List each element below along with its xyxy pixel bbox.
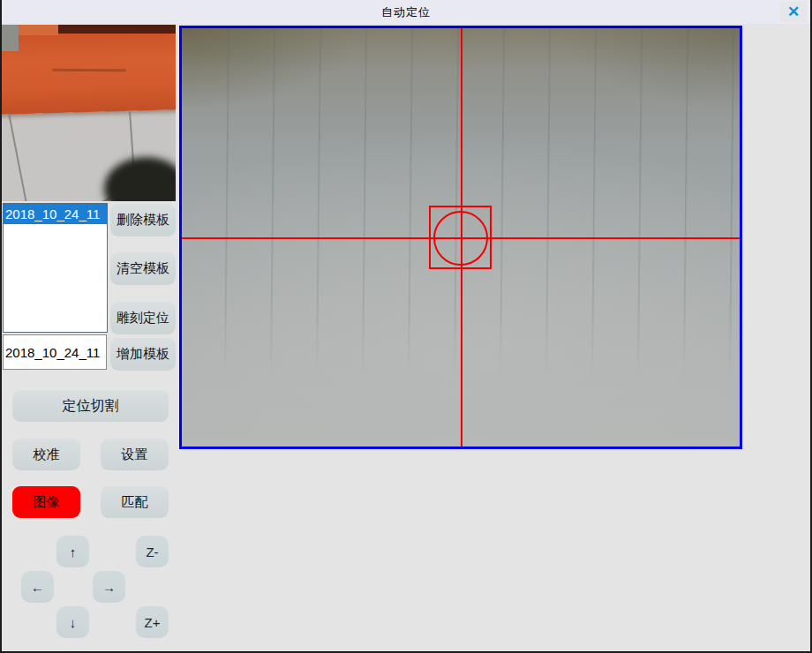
template-list-item[interactable]: 2018_10_24_11 <box>4 204 107 224</box>
close-icon[interactable]: ✕ <box>780 2 807 22</box>
template-list[interactable]: 2018_10_24_11 <box>3 203 108 333</box>
camera-view[interactable] <box>179 26 742 449</box>
jog-up-arrow-button[interactable]: ↑ <box>56 536 89 567</box>
thumbnail-orange-beam <box>2 30 176 115</box>
window-title: 自动定位 <box>381 4 431 20</box>
jog-left-arrow-button[interactable]: ← <box>21 571 54 603</box>
image-button-active[interactable]: 图像 <box>12 486 80 518</box>
settings-button[interactable]: 设置 <box>101 439 169 470</box>
clear-templates-button[interactable]: 清空模板 <box>110 252 176 285</box>
position-cut-button[interactable]: 定位切割 <box>12 390 169 422</box>
engrave-position-button[interactable]: 雕刻定位 <box>110 302 176 334</box>
template-thumbnail <box>2 25 176 201</box>
auto-position-dialog: 自动定位 ✕ 2018_10_24_11 删除模板 清空模板 雕刻定位 增加模板… <box>0 0 812 653</box>
thumbnail-tile-line <box>8 113 32 201</box>
target-circle <box>433 211 488 266</box>
thumbnail-dark-object <box>104 157 176 201</box>
add-template-button[interactable]: 增加模板 <box>110 338 176 371</box>
title-bar: 自动定位 ✕ <box>2 0 810 24</box>
delete-template-button[interactable]: 删除模板 <box>110 204 176 236</box>
template-name-input[interactable] <box>3 334 107 370</box>
jog-z-plus-button[interactable]: Z+ <box>136 606 169 638</box>
match-button[interactable]: 匹配 <box>101 486 169 518</box>
jog-right-arrow-button[interactable]: → <box>93 571 125 603</box>
jog-down-arrow-button[interactable]: ↓ <box>56 606 89 638</box>
calibrate-button[interactable]: 校准 <box>12 439 80 470</box>
thumbnail-orange-patch <box>19 25 58 35</box>
jog-z-minus-button[interactable]: Z- <box>136 536 169 567</box>
thumbnail-gray-patch <box>2 25 19 51</box>
